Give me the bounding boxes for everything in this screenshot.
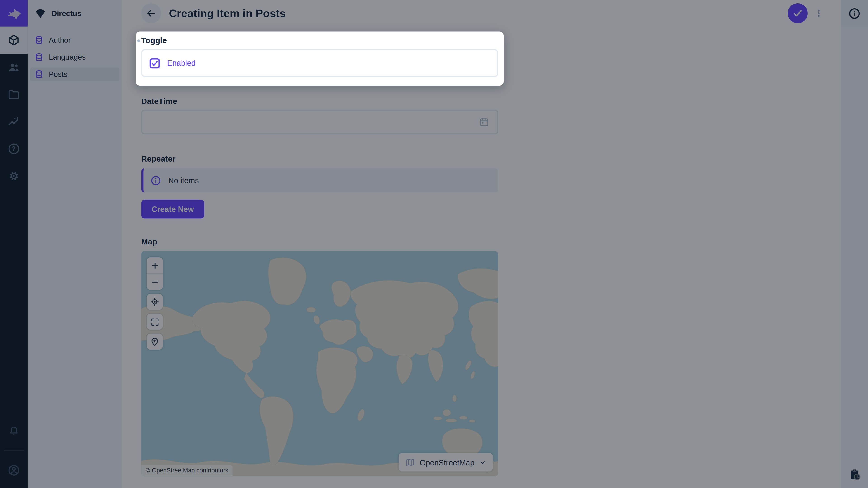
field-edited-dot [137, 39, 140, 42]
toggle-checkbox-field[interactable]: Enabled [141, 49, 498, 77]
field-label-toggle: Toggle [141, 36, 498, 45]
app-window: ? [0, 0, 868, 488]
toggle-field-card: Toggle Enabled [135, 32, 504, 86]
checkbox-label: Enabled [167, 59, 196, 68]
checkbox-checked-icon[interactable] [149, 58, 160, 68]
